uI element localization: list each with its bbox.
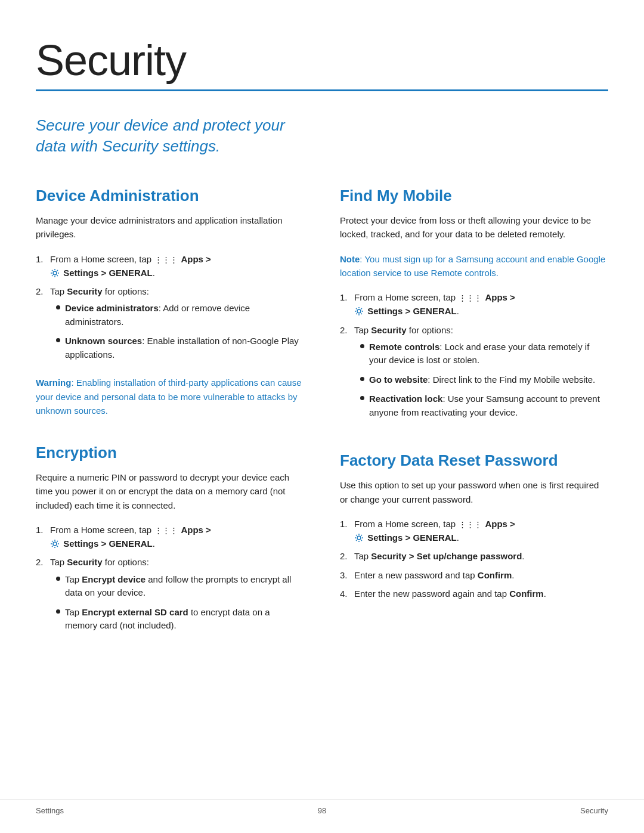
bullet-text: Tap Encrypt external SD card to encrypt …	[65, 606, 304, 633]
factory-reset-step-4: 4. Enter the new password again and tap …	[340, 587, 608, 600]
svg-point-1	[53, 542, 57, 546]
section-heading-device-administration: Device Administration	[36, 187, 304, 205]
footer-center: 98	[318, 806, 326, 815]
section-encryption: Encryption Require a numeric PIN or pass…	[36, 444, 304, 639]
step-num: 4.	[340, 587, 351, 600]
bullet-text: Go to website: Direct link to the Find m…	[369, 373, 608, 387]
bullet-dot	[360, 396, 364, 400]
factory-reset-step-1: 1. From a Home screen, tap ⋮⋮⋮ Apps > Se…	[340, 517, 608, 545]
right-column: Find My Mobile Protect your device from …	[340, 187, 608, 665]
step-content: Tap Security for options: Remote control…	[354, 323, 608, 426]
svg-point-2	[357, 309, 361, 313]
step-content: From a Home screen, tap ⋮⋮⋮ Apps > Setti…	[50, 523, 304, 551]
step-content: From a Home screen, tap ⋮⋮⋮ Apps > Setti…	[354, 290, 608, 318]
step-content: From a Home screen, tap ⋮⋮⋮ Apps > Setti…	[50, 252, 304, 280]
settings-icon	[50, 539, 60, 549]
bullet-dot	[56, 305, 60, 309]
step-content: Tap Security > Set up/change password.	[354, 549, 608, 563]
bullet-text: Device administrators: Add or remove dev…	[65, 302, 304, 329]
step-num: 3.	[340, 568, 351, 582]
bullet-text: Tap Encrypt device and follow the prompt…	[65, 573, 304, 600]
step-num: 2.	[36, 555, 47, 638]
bullet-encrypt-sd: Tap Encrypt external SD card to encrypt …	[56, 606, 304, 633]
section-find-my-mobile: Find My Mobile Protect your device from …	[340, 187, 608, 425]
device-admin-steps: 1. From a Home screen, tap ⋮⋮⋮ Apps > Se…	[36, 252, 304, 368]
bullet-text: Unknown sources: Enable installation of …	[65, 335, 304, 361]
apps-icon: ⋮⋮⋮	[459, 519, 482, 531]
section-heading-encryption: Encryption	[36, 444, 304, 462]
encryption-steps: 1. From a Home screen, tap ⋮⋮⋮ Apps > Se…	[36, 523, 304, 639]
factory-reset-step-3: 3. Enter a new password and tap Confirm.	[340, 568, 608, 582]
factory-reset-steps: 1. From a Home screen, tap ⋮⋮⋮ Apps > Se…	[340, 517, 608, 600]
step-num: 1.	[36, 252, 47, 280]
step-content: Tap Security for options: Device adminis…	[50, 284, 304, 367]
page-title: Security	[36, 36, 608, 85]
step-num: 2.	[340, 549, 351, 563]
find-my-mobile-note: Note: You must sign up for a Samsung acc…	[340, 252, 608, 280]
settings-icon	[354, 533, 364, 543]
step-num: 1.	[36, 523, 47, 551]
bullet-reactivation-lock: Reactivation lock: Use your Samsung acco…	[360, 392, 608, 419]
encryption-step-2: 2. Tap Security for options: Tap Encrypt…	[36, 555, 304, 638]
bullet-go-to-website: Go to website: Direct link to the Find m…	[360, 373, 608, 387]
device-admin-step-2: 2. Tap Security for options: Device admi…	[36, 284, 304, 367]
step-content: Enter a new password and tap Confirm.	[354, 568, 608, 582]
encryption-bullets: Tap Encrypt device and follow the prompt…	[56, 573, 304, 633]
device-admin-bullets: Device administrators: Add or remove dev…	[56, 302, 304, 361]
svg-point-0	[53, 271, 57, 275]
apps-icon: ⋮⋮⋮	[154, 525, 178, 537]
step-content: Tap Security for options: Tap Encrypt de…	[50, 555, 304, 638]
settings-icon	[50, 268, 60, 278]
step-num: 2.	[340, 323, 351, 426]
content-columns: Device Administration Manage your device…	[36, 187, 608, 665]
device-admin-intro: Manage your device administrators and ap…	[36, 213, 304, 241]
bullet-text: Reactivation lock: Use your Samsung acco…	[369, 392, 608, 419]
find-my-mobile-step-2: 2. Tap Security for options: Remote cont…	[340, 323, 608, 426]
step-num: 1.	[340, 517, 351, 545]
settings-icon	[354, 306, 364, 316]
step-num: 2.	[36, 284, 47, 367]
step-num: 1.	[340, 290, 351, 318]
bullet-dot	[360, 377, 364, 381]
footer-left: Settings	[36, 806, 64, 815]
apps-icon: ⋮⋮⋮	[459, 292, 482, 304]
device-admin-warning: Warning: Enabling installation of third-…	[36, 376, 304, 417]
section-factory-data-reset: Factory Data Reset Password Use this opt…	[340, 451, 608, 600]
find-my-mobile-bullets: Remote controls: Lock and erase your dat…	[360, 340, 608, 420]
find-my-mobile-intro: Protect your device from loss or theft a…	[340, 213, 608, 241]
bullet-dot	[56, 577, 60, 581]
find-my-mobile-step-1: 1. From a Home screen, tap ⋮⋮⋮ Apps > Se…	[340, 290, 608, 318]
page-container: Security Secure your device and protect …	[0, 0, 644, 713]
device-admin-step-1: 1. From a Home screen, tap ⋮⋮⋮ Apps > Se…	[36, 252, 304, 280]
page-subtitle: Secure your device and protect your data…	[36, 115, 292, 157]
section-heading-factory-data-reset: Factory Data Reset Password	[340, 451, 608, 470]
encryption-intro: Require a numeric PIN or password to dec…	[36, 470, 304, 512]
bullet-text: Remote controls: Lock and erase your dat…	[369, 340, 608, 367]
bullet-encrypt-device: Tap Encrypt device and follow the prompt…	[56, 573, 304, 600]
page-footer: Settings 98 Security	[0, 800, 644, 815]
section-heading-find-my-mobile: Find My Mobile	[340, 187, 608, 205]
step-content: Enter the new password again and tap Con…	[354, 587, 608, 600]
factory-reset-intro: Use this option to set up your password …	[340, 478, 608, 506]
bullet-remote-controls: Remote controls: Lock and erase your dat…	[360, 340, 608, 367]
svg-point-3	[357, 536, 361, 540]
left-column: Device Administration Manage your device…	[36, 187, 304, 665]
bullet-device-administrators: Device administrators: Add or remove dev…	[56, 302, 304, 329]
footer-right: Security	[580, 806, 608, 815]
step-content: From a Home screen, tap ⋮⋮⋮ Apps > Setti…	[354, 517, 608, 545]
encryption-step-1: 1. From a Home screen, tap ⋮⋮⋮ Apps > Se…	[36, 523, 304, 551]
title-divider	[36, 89, 608, 91]
find-my-mobile-steps: 1. From a Home screen, tap ⋮⋮⋮ Apps > Se…	[340, 290, 608, 425]
factory-reset-step-2: 2. Tap Security > Set up/change password…	[340, 549, 608, 563]
bullet-dot	[56, 609, 60, 614]
bullet-dot	[56, 338, 60, 342]
apps-icon: ⋮⋮⋮	[154, 254, 178, 266]
section-device-administration: Device Administration Manage your device…	[36, 187, 304, 417]
bullet-unknown-sources: Unknown sources: Enable installation of …	[56, 335, 304, 361]
bullet-dot	[360, 344, 364, 348]
